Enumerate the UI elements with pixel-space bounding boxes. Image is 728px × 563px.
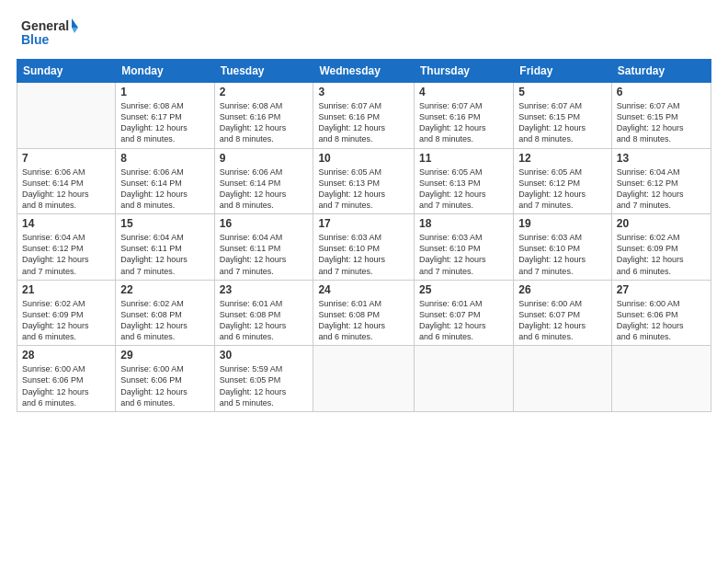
svg-text:Blue: Blue [21, 32, 50, 47]
calendar-cell: 7Sunrise: 6:06 AM Sunset: 6:14 PM Daylig… [17, 148, 116, 214]
day-info: Sunrise: 6:04 AM Sunset: 6:12 PM Dayligh… [617, 167, 706, 212]
calendar-cell: 28Sunrise: 6:00 AM Sunset: 6:06 PM Dayli… [17, 346, 116, 412]
weekday-header-row: SundayMondayTuesdayWednesdayThursdayFrid… [17, 60, 711, 83]
day-info: Sunrise: 6:08 AM Sunset: 6:16 PM Dayligh… [220, 100, 309, 145]
day-number: 15 [120, 217, 209, 230]
day-info: Sunrise: 6:02 AM Sunset: 6:09 PM Dayligh… [617, 232, 706, 277]
day-info: Sunrise: 6:00 AM Sunset: 6:06 PM Dayligh… [22, 363, 110, 408]
calendar-cell [313, 346, 415, 412]
svg-marker-3 [72, 28, 78, 33]
day-number: 4 [419, 86, 508, 98]
calendar-cell: 18Sunrise: 6:03 AM Sunset: 6:10 PM Dayli… [415, 214, 514, 281]
calendar-cell: 26Sunrise: 6:00 AM Sunset: 6:07 PM Dayli… [514, 280, 612, 346]
day-number: 1 [120, 86, 209, 98]
day-number: 14 [22, 217, 110, 230]
day-info: Sunrise: 6:04 AM Sunset: 6:12 PM Dayligh… [22, 232, 110, 277]
day-info: Sunrise: 6:08 AM Sunset: 6:17 PM Dayligh… [120, 100, 209, 145]
day-info: Sunrise: 6:01 AM Sunset: 6:08 PM Dayligh… [318, 298, 409, 343]
day-number: 23 [220, 283, 309, 296]
calendar-cell: 4Sunrise: 6:07 AM Sunset: 6:16 PM Daylig… [415, 83, 514, 149]
week-row-1: 1Sunrise: 6:08 AM Sunset: 6:17 PM Daylig… [17, 83, 711, 149]
calendar-cell: 12Sunrise: 6:05 AM Sunset: 6:12 PM Dayli… [514, 148, 612, 214]
day-number: 25 [419, 283, 508, 296]
day-info: Sunrise: 6:04 AM Sunset: 6:11 PM Dayligh… [120, 232, 209, 277]
day-number: 12 [518, 152, 607, 165]
weekday-header-friday: Friday [514, 60, 612, 83]
day-info: Sunrise: 6:04 AM Sunset: 6:11 PM Dayligh… [220, 232, 309, 277]
day-info: Sunrise: 6:07 AM Sunset: 6:16 PM Dayligh… [419, 100, 508, 145]
day-number: 5 [518, 86, 607, 98]
calendar-cell: 25Sunrise: 6:01 AM Sunset: 6:07 PM Dayli… [415, 280, 514, 346]
day-info: Sunrise: 6:05 AM Sunset: 6:13 PM Dayligh… [419, 167, 508, 212]
day-info: Sunrise: 6:06 AM Sunset: 6:14 PM Dayligh… [220, 167, 309, 212]
week-row-5: 28Sunrise: 6:00 AM Sunset: 6:06 PM Dayli… [17, 346, 711, 412]
day-number: 9 [220, 152, 309, 165]
calendar-cell: 20Sunrise: 6:02 AM Sunset: 6:09 PM Dayli… [611, 214, 711, 281]
calendar-cell: 29Sunrise: 6:00 AM Sunset: 6:06 PM Dayli… [116, 346, 214, 412]
day-number: 10 [318, 152, 409, 165]
day-number: 27 [617, 283, 706, 296]
weekday-header-monday: Monday [116, 60, 214, 83]
calendar-cell: 24Sunrise: 6:01 AM Sunset: 6:08 PM Dayli… [313, 280, 415, 346]
week-row-4: 21Sunrise: 6:02 AM Sunset: 6:09 PM Dayli… [17, 280, 711, 346]
weekday-header-thursday: Thursday [415, 60, 514, 83]
calendar-cell: 13Sunrise: 6:04 AM Sunset: 6:12 PM Dayli… [611, 148, 711, 214]
calendar-cell: 17Sunrise: 6:03 AM Sunset: 6:10 PM Dayli… [313, 214, 415, 281]
day-number: 8 [120, 152, 209, 165]
calendar-cell: 5Sunrise: 6:07 AM Sunset: 6:15 PM Daylig… [514, 83, 612, 149]
calendar-cell: 8Sunrise: 6:06 AM Sunset: 6:14 PM Daylig… [116, 148, 214, 214]
calendar-cell: 10Sunrise: 6:05 AM Sunset: 6:13 PM Dayli… [313, 148, 415, 214]
calendar-cell: 3Sunrise: 6:07 AM Sunset: 6:16 PM Daylig… [313, 83, 415, 149]
day-number: 26 [518, 283, 607, 296]
calendar-cell: 15Sunrise: 6:04 AM Sunset: 6:11 PM Dayli… [116, 214, 214, 281]
day-info: Sunrise: 6:03 AM Sunset: 6:10 PM Dayligh… [518, 232, 607, 277]
day-number: 16 [220, 217, 309, 230]
day-number: 2 [220, 86, 309, 98]
day-number: 11 [419, 152, 508, 165]
svg-marker-2 [72, 18, 78, 28]
calendar-cell: 6Sunrise: 6:07 AM Sunset: 6:15 PM Daylig… [611, 83, 711, 149]
logo: General Blue [17, 17, 81, 50]
calendar-cell: 9Sunrise: 6:06 AM Sunset: 6:14 PM Daylig… [214, 148, 313, 214]
day-number: 7 [22, 152, 110, 165]
day-info: Sunrise: 6:03 AM Sunset: 6:10 PM Dayligh… [318, 232, 409, 277]
calendar-cell [17, 83, 116, 149]
calendar-cell: 2Sunrise: 6:08 AM Sunset: 6:16 PM Daylig… [214, 83, 313, 149]
calendar-cell: 30Sunrise: 5:59 AM Sunset: 6:05 PM Dayli… [214, 346, 313, 412]
day-number: 18 [419, 217, 508, 230]
day-info: Sunrise: 6:00 AM Sunset: 6:07 PM Dayligh… [518, 298, 607, 343]
day-number: 30 [220, 349, 309, 362]
day-info: Sunrise: 6:00 AM Sunset: 6:06 PM Dayligh… [120, 363, 209, 408]
day-info: Sunrise: 6:07 AM Sunset: 6:15 PM Dayligh… [518, 100, 607, 145]
svg-text:General: General [21, 18, 69, 33]
page: General Blue SundayMondayTuesdayWednesda… [0, 0, 728, 563]
weekday-header-wednesday: Wednesday [313, 60, 415, 83]
day-info: Sunrise: 6:02 AM Sunset: 6:08 PM Dayligh… [120, 298, 209, 343]
day-info: Sunrise: 6:06 AM Sunset: 6:14 PM Dayligh… [120, 167, 209, 212]
calendar-cell: 16Sunrise: 6:04 AM Sunset: 6:11 PM Dayli… [214, 214, 313, 281]
day-info: Sunrise: 6:07 AM Sunset: 6:15 PM Dayligh… [617, 100, 706, 145]
day-info: Sunrise: 6:01 AM Sunset: 6:08 PM Dayligh… [220, 298, 309, 343]
day-number: 6 [617, 86, 706, 98]
calendar-cell [514, 346, 612, 412]
day-number: 29 [120, 349, 209, 362]
header: General Blue [17, 17, 711, 50]
calendar-table: SundayMondayTuesdayWednesdayThursdayFrid… [17, 59, 711, 412]
calendar-cell: 21Sunrise: 6:02 AM Sunset: 6:09 PM Dayli… [17, 280, 116, 346]
day-number: 17 [318, 217, 409, 230]
weekday-header-saturday: Saturday [611, 60, 711, 83]
day-info: Sunrise: 6:00 AM Sunset: 6:06 PM Dayligh… [617, 298, 706, 343]
calendar-cell [415, 346, 514, 412]
calendar-cell: 23Sunrise: 6:01 AM Sunset: 6:08 PM Dayli… [214, 280, 313, 346]
week-row-3: 14Sunrise: 6:04 AM Sunset: 6:12 PM Dayli… [17, 214, 711, 281]
day-info: Sunrise: 6:05 AM Sunset: 6:12 PM Dayligh… [518, 167, 607, 212]
day-number: 22 [120, 283, 209, 296]
day-info: Sunrise: 6:03 AM Sunset: 6:10 PM Dayligh… [419, 232, 508, 277]
calendar-cell: 11Sunrise: 6:05 AM Sunset: 6:13 PM Dayli… [415, 148, 514, 214]
logo-svg: General Blue [17, 17, 81, 50]
day-number: 28 [22, 349, 110, 362]
day-number: 20 [617, 217, 706, 230]
day-number: 13 [617, 152, 706, 165]
day-info: Sunrise: 6:06 AM Sunset: 6:14 PM Dayligh… [22, 167, 110, 212]
day-info: Sunrise: 6:05 AM Sunset: 6:13 PM Dayligh… [318, 167, 409, 212]
